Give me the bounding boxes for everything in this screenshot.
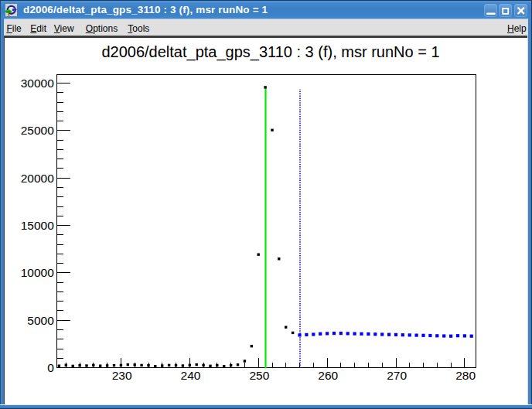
svg-text:280: 280 — [455, 369, 476, 382]
svg-text:30000: 30000 — [21, 77, 54, 90]
svg-text:270: 270 — [387, 369, 407, 382]
svg-text:250: 250 — [249, 369, 269, 382]
svg-text:230: 230 — [112, 369, 132, 382]
svg-text:25000: 25000 — [21, 124, 54, 137]
svg-text:10000: 10000 — [21, 266, 54, 279]
svg-text:240: 240 — [181, 369, 201, 382]
svg-text:5000: 5000 — [27, 314, 54, 327]
svg-text:d2006/deltat_pta_gps_3110 : 3: d2006/deltat_pta_gps_3110 : 3 (f), msr r… — [101, 43, 439, 61]
svg-text:20000: 20000 — [21, 172, 54, 185]
svg-text:15000: 15000 — [21, 219, 54, 232]
svg-text:0: 0 — [47, 361, 54, 374]
svg-text:260: 260 — [318, 369, 338, 382]
